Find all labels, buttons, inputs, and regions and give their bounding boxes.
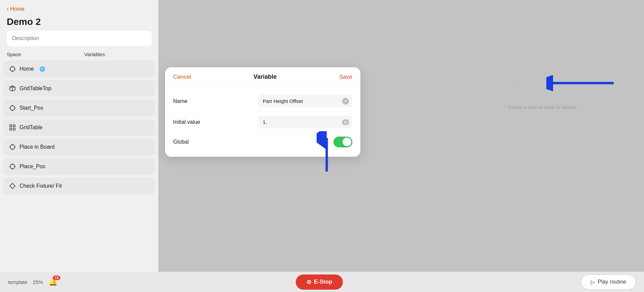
svg-rect-13 xyxy=(13,125,15,127)
variable-modal: Cancel Variable Save Name ✕ Initial valu… xyxy=(165,67,360,157)
global-row: Global xyxy=(173,133,352,151)
estop-button[interactable]: ⊘ E-Stop xyxy=(296,275,343,290)
space-item-label: Home xyxy=(20,66,34,72)
notifications-button[interactable]: 🔔 14 xyxy=(49,278,58,286)
variables-section-label: Variables xyxy=(84,51,105,57)
initial-value-label: Initial value xyxy=(173,119,200,125)
name-label: Name xyxy=(173,98,188,104)
section-labels: Space Variables xyxy=(0,51,158,57)
svg-rect-15 xyxy=(13,128,15,130)
svg-point-7 xyxy=(10,106,15,110)
description-input[interactable] xyxy=(7,31,152,46)
left-panel: ‹ Home Demo 2 Space Variables Home 🌐 xyxy=(0,0,158,292)
fx-button[interactable]: fx xyxy=(342,119,349,125)
space-item-placepos[interactable]: Place_Pos xyxy=(3,158,155,175)
modal-title: Variable xyxy=(254,73,277,80)
space-item-checkfixture[interactable]: Check Fixture/ Fit xyxy=(3,178,155,194)
svg-point-16 xyxy=(10,145,15,149)
grid-icon xyxy=(9,124,16,131)
zoom-level: 25% xyxy=(33,279,43,285)
global-toggle[interactable] xyxy=(333,137,352,147)
svg-rect-12 xyxy=(10,125,12,127)
clear-name-button[interactable]: ✕ xyxy=(342,98,349,105)
play-routine-button[interactable]: ▷ Play routine xyxy=(581,275,636,290)
back-label: Home xyxy=(10,6,25,12)
space-item-gridtabletop[interactable]: GridTableTop xyxy=(3,80,155,97)
back-arrow-icon: ‹ xyxy=(7,5,9,12)
estop-label: E-Stop xyxy=(314,279,332,285)
svg-point-21 xyxy=(10,164,15,169)
space-section-label: Space xyxy=(7,51,84,57)
cancel-button[interactable]: Cancel xyxy=(173,74,191,80)
modal-header: Cancel Variable Save xyxy=(165,67,360,85)
space-item-label: Place in Board xyxy=(20,144,55,150)
space-item-placeinboard[interactable]: Place in Board xyxy=(3,139,155,155)
name-row: Name ✕ xyxy=(173,91,352,112)
back-link[interactable]: ‹ Home xyxy=(7,5,25,12)
crosshair-icon xyxy=(9,104,16,112)
svg-point-0 xyxy=(10,67,15,71)
play-routine-label: Play routine xyxy=(598,279,626,285)
space-item-label: Place_Pos xyxy=(20,163,45,170)
global-label: Global xyxy=(173,139,189,145)
bottom-bar: template 25% 🔔 14 ⊘ E-Stop ▷ Play routin… xyxy=(0,272,644,292)
globe-icon: 🌐 xyxy=(39,66,45,72)
box-icon xyxy=(9,85,16,92)
initial-value-input[interactable] xyxy=(258,116,352,128)
save-button[interactable]: Save xyxy=(339,74,352,80)
space-list: Home 🌐 GridTableTop xyxy=(0,61,158,292)
estop-icon: ⊘ xyxy=(307,279,311,286)
modal-body: Name ✕ Initial value fx Global xyxy=(165,85,360,157)
diamond-icon xyxy=(9,182,16,190)
crosshair-icon xyxy=(9,143,16,151)
space-item-label: Check Fixture/ Fit xyxy=(20,183,62,189)
template-label: template xyxy=(8,279,28,285)
notification-badge: 14 xyxy=(53,276,60,280)
space-item-gridtable[interactable]: GridTable xyxy=(3,119,155,136)
modal-overlay: Cancel Variable Save Name ✕ Initial valu… xyxy=(158,0,644,272)
crosshair-icon xyxy=(9,65,16,73)
page-title: Demo 2 xyxy=(0,15,158,31)
panel-header: ‹ Home xyxy=(0,0,158,15)
space-item-label: GridTable xyxy=(20,124,42,131)
svg-rect-14 xyxy=(10,128,12,130)
toggle-thumb xyxy=(343,138,351,146)
bottom-left: template 25% 🔔 14 xyxy=(8,278,58,286)
toggle-track xyxy=(333,137,352,147)
space-item-label: GridTableTop xyxy=(20,85,51,92)
crosshair-icon xyxy=(9,163,16,170)
space-item-home[interactable]: Home 🌐 xyxy=(3,61,155,77)
initial-value-input-wrapper: fx xyxy=(258,116,352,128)
space-item-label: Start_Pos xyxy=(20,105,43,111)
play-icon: ▷ xyxy=(591,279,595,285)
space-item-startpos[interactable]: Start_Pos xyxy=(3,100,155,116)
name-input-wrapper: ✕ xyxy=(258,95,352,107)
name-input[interactable] xyxy=(258,95,352,107)
initial-value-row: Initial value fx xyxy=(173,112,352,133)
